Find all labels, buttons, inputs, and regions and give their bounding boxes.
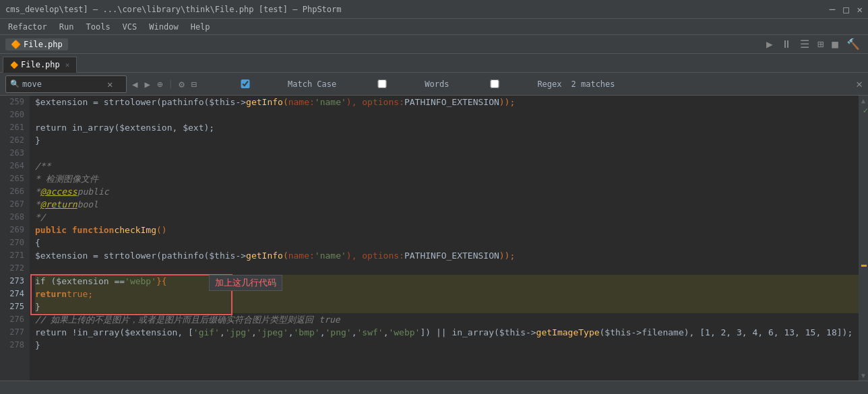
code-line-272 (35, 262, 859, 275)
token: 'gif' (193, 326, 220, 339)
token: 'bmp' (294, 326, 320, 339)
token: 'webp' (125, 275, 156, 288)
code-line-263 (35, 147, 859, 160)
token: ; (88, 288, 93, 300)
token: } (35, 300, 40, 313)
token: PATHINFO_EXTENSION (404, 249, 499, 262)
code-line-268: */ (35, 211, 859, 224)
coverage-button[interactable]: ☰ (797, 36, 812, 52)
debug-button[interactable]: ⏸ (778, 36, 795, 52)
token: @access (40, 185, 78, 198)
match-case-checkbox-label[interactable]: Match Case (205, 79, 336, 89)
token: getInfo (246, 249, 283, 262)
minimize-button[interactable]: ─ (830, 4, 835, 15)
scroll-down-arrow[interactable]: ▼ (860, 370, 867, 381)
editor-tab-label: File.php (21, 60, 60, 69)
words-label: Words (425, 79, 449, 89)
token: , (251, 326, 257, 339)
token: public (78, 185, 109, 198)
tab-file-php-top[interactable]: 🔶 File.php (5, 38, 68, 51)
token: return !in_array($extension, [ (35, 326, 193, 339)
menu-run[interactable]: Run (54, 21, 80, 33)
line-number-272: 272 (0, 262, 24, 275)
regex-checkbox-label[interactable]: Regex (454, 79, 561, 89)
match-case-checkbox[interactable] (205, 79, 286, 88)
code-line-273: if ($extension == 'webp'}{ (35, 275, 859, 288)
token: 'name' (315, 96, 346, 108)
title-bar: cms_develop\test] – ...\core\library\thi… (0, 0, 868, 19)
token: () (156, 224, 167, 236)
search-input-wrap: 🔍 ✕ (5, 75, 127, 93)
code-area[interactable]: $extension = strtolower(pathinfo($this->… (30, 96, 859, 381)
code-line-270: { (35, 236, 859, 249)
token: }{ (156, 275, 167, 288)
line-number-260: 260 (0, 108, 24, 121)
line-number-275: 275 (0, 300, 24, 313)
token: if ($extension == (35, 275, 125, 288)
search-bar: 🔍 ✕ ◀ ▶ ⊕ | ⚙ ⊟ Match Case Words Regex 2… (0, 73, 868, 96)
code-line-265: * 检测图像文件 (35, 172, 859, 185)
close-button[interactable]: ✕ (857, 4, 863, 15)
menu-refactor[interactable]: Refactor (3, 21, 53, 33)
search-clear-button[interactable]: ✕ (106, 77, 114, 91)
code-line-262: } (35, 134, 859, 147)
maximize-button[interactable]: □ (843, 4, 848, 15)
diff-indicator-1 (861, 265, 867, 267)
token: // 如果上传的不是图片，或者是图片而且后缀确实符合图片类型则返回 true (35, 313, 340, 326)
line-number-269: 269 (0, 224, 24, 236)
tab-close-button[interactable]: ✕ (65, 61, 70, 69)
code-line-271: $extension = strtolower(pathinfo($this->… (35, 249, 859, 262)
profile-button[interactable]: ⊞ (815, 36, 827, 52)
token: , (383, 326, 389, 339)
words-checkbox[interactable] (342, 79, 423, 88)
menu-window[interactable]: Window (144, 21, 183, 33)
menu-bar: Refactor Run Tools VCS Window Help (0, 19, 868, 35)
build-button[interactable]: 🔨 (844, 36, 863, 52)
line-number-264: 264 (0, 160, 24, 172)
token: } (35, 339, 40, 352)
token: PATHINFO_EXTENSION (404, 96, 499, 108)
search-close-button[interactable]: ✕ (856, 77, 863, 90)
editor: 2592602612622632642652662672682692702712… (0, 96, 868, 381)
match-count: 2 matches (571, 79, 615, 89)
token: 'name' (315, 249, 346, 262)
line-number-268: 268 (0, 211, 24, 224)
token: ), options: (346, 249, 404, 262)
token: */ (35, 211, 46, 224)
menu-tools[interactable]: Tools (80, 21, 115, 33)
token: ( (283, 249, 288, 262)
search-filter-button[interactable]: ⊟ (190, 77, 198, 91)
search-icon: 🔍 (10, 79, 20, 88)
scroll-up-arrow[interactable]: ▲ (860, 96, 867, 106)
code-line-267: * @return bool (35, 198, 859, 211)
green-tick-indicator: ✓ (863, 106, 868, 115)
token: )); (499, 96, 515, 108)
line-number-267: 267 (0, 198, 24, 211)
token: ]) || in_array($this-> (420, 326, 536, 339)
run-button[interactable]: ▶ (764, 36, 776, 52)
words-checkbox-label[interactable]: Words (342, 79, 449, 89)
search-input[interactable] (22, 79, 103, 89)
search-prev-button[interactable]: ◀ (131, 77, 139, 91)
file-tab-icon: 🔶 (10, 61, 18, 69)
search-options-button[interactable]: ⚙ (177, 77, 185, 91)
search-separator-1: | (168, 79, 173, 89)
token: 'png' (326, 326, 352, 339)
token: 'swf' (356, 326, 383, 339)
menu-vcs[interactable]: VCS (117, 21, 143, 33)
search-next-button[interactable]: ▶ (143, 77, 151, 91)
stop-button[interactable]: ■ (829, 36, 841, 52)
search-expand-button[interactable]: ⊕ (156, 77, 164, 91)
title-text: cms_develop\test] – ...\core\library\thi… (5, 5, 342, 14)
menu-help[interactable]: Help (185, 21, 216, 33)
regex-label: Regex (537, 79, 561, 89)
editor-tab-file-php[interactable]: 🔶 File.php ✕ (3, 57, 77, 73)
editor-tabs: 🔶 File.php ✕ (0, 54, 868, 73)
line-number-277: 277 (0, 326, 24, 339)
window-controls[interactable]: ─ □ ✕ (830, 4, 863, 15)
regex-checkbox[interactable] (454, 79, 535, 88)
token: ($this->filename), [1, 2, 3, 4, 6, 13, 1… (600, 326, 853, 339)
token: , (220, 326, 225, 339)
token: , (320, 326, 326, 339)
code-line-266: * @access public (35, 185, 859, 198)
